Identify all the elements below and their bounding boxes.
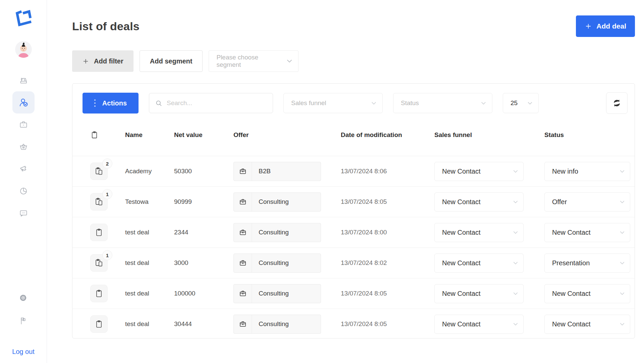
table-row: test deal 2344 Consulting 13/07/2024 8:0… — [72, 217, 635, 247]
briefcase-icon — [19, 120, 28, 129]
briefcase-icon — [234, 284, 252, 303]
clipboard-icon — [95, 228, 103, 237]
status-select[interactable]: Presentation — [544, 254, 630, 273]
offer-name: Consulting — [252, 320, 296, 328]
deal-net-value: 50300 — [174, 168, 233, 175]
status-select[interactable]: New Contact — [544, 315, 630, 334]
status-select[interactable]: New Contact — [544, 284, 630, 303]
deal-icon-button[interactable] — [90, 224, 108, 241]
sales-funnel-select[interactable]: New Contact — [434, 192, 524, 212]
page-title: List of deals — [72, 20, 140, 33]
add-filter-button[interactable]: Add filter — [72, 50, 133, 72]
column-header-offer[interactable]: Offer — [233, 131, 341, 139]
chevron-down-icon — [620, 323, 625, 326]
deal-name[interactable]: test deal — [125, 259, 174, 267]
sales-funnel-select[interactable]: New Contact — [434, 162, 524, 181]
sales-funnel-select[interactable]: New Contact — [434, 315, 524, 334]
sidebar-item-companies[interactable] — [12, 114, 35, 136]
chevron-down-icon — [513, 231, 518, 234]
deal-net-value: 100000 — [174, 290, 233, 297]
sidebar-item-deals[interactable] — [12, 91, 35, 114]
offer-name: B2B — [252, 168, 277, 175]
clipboard-doc-icon — [95, 259, 103, 267]
sidebar-item-goals[interactable] — [12, 310, 34, 332]
sales-funnel-value: New Contact — [442, 290, 481, 298]
segment-select[interactable]: Please choose segment — [209, 50, 299, 72]
deal-modified-date: 13/07/2024 8:05 — [341, 320, 434, 328]
per-page-select[interactable]: 25 — [503, 93, 539, 113]
add-segment-button[interactable]: Add segment — [140, 50, 203, 72]
deal-count-badge: 2 — [102, 158, 112, 169]
status-select[interactable]: Offer — [544, 192, 630, 212]
plus-icon — [585, 22, 592, 30]
table-row: 1 Testowa 90999 Consulting 13/07/2024 8:… — [72, 186, 635, 217]
table-row: test deal 30444 Consulting 13/07/2024 8:… — [72, 309, 635, 339]
deal-modified-date: 13/07/2024 8:05 — [341, 198, 434, 206]
sales-funnel-select[interactable]: New Contact — [434, 223, 524, 242]
deal-icon-button[interactable]: 1 — [90, 193, 108, 211]
sales-funnel-value: New Contact — [442, 198, 481, 206]
app-logo[interactable] — [13, 8, 34, 28]
table-toolbar: Actions Sales funnel Status 25 — [72, 84, 635, 114]
column-header-sales-funnel[interactable]: Sales funnel — [434, 131, 544, 139]
status-select[interactable]: New info — [544, 162, 630, 181]
deal-name[interactable]: test deal — [125, 290, 174, 297]
status-filter-placeholder: Status — [401, 99, 419, 107]
offer-chip[interactable]: Consulting — [233, 223, 321, 242]
logout-link[interactable]: Log out — [12, 348, 35, 356]
offer-chip[interactable]: B2B — [233, 162, 321, 181]
offer-chip[interactable]: Consulting — [233, 192, 321, 212]
deal-icon-button[interactable]: 1 — [90, 254, 108, 272]
status-value: New Contact — [552, 229, 591, 236]
column-header-date[interactable]: Date of modification — [341, 131, 434, 139]
deal-name[interactable]: Academy — [125, 168, 174, 175]
avatar-image — [15, 41, 32, 58]
deal-icon-button[interactable]: 2 — [90, 163, 108, 180]
offer-chip[interactable]: Consulting — [233, 315, 321, 334]
sidebar-item-messages[interactable] — [12, 202, 35, 224]
gear-icon — [18, 293, 28, 303]
main-content: List of deals Add deal Add filter Add se… — [47, 0, 644, 363]
deal-icon-button[interactable] — [90, 285, 108, 302]
status-value: New Contact — [552, 290, 591, 298]
refresh-button[interactable] — [606, 92, 628, 114]
column-header-status[interactable]: Status — [544, 131, 635, 139]
sidebar-item-marketing[interactable] — [12, 158, 35, 180]
deal-name[interactable]: test deal — [125, 229, 174, 236]
actions-button[interactable]: Actions — [83, 93, 139, 114]
page-header: List of deals Add deal — [72, 15, 635, 37]
chevron-down-icon — [528, 102, 532, 105]
sidebar-bottom: Log out — [12, 287, 35, 356]
status-filter-select[interactable]: Status — [393, 93, 492, 113]
deal-name[interactable]: test deal — [125, 320, 174, 328]
sales-funnel-filter-select[interactable]: Sales funnel — [283, 93, 383, 113]
clipboard-column-icon — [90, 131, 125, 139]
deal-net-value: 2344 — [174, 229, 233, 236]
sales-funnel-value: New Contact — [442, 320, 481, 328]
sidebar-item-dashboard[interactable] — [12, 69, 35, 91]
status-select[interactable]: New Contact — [544, 223, 630, 242]
add-deal-button[interactable]: Add deal — [576, 15, 635, 37]
kebab-menu-icon — [94, 99, 96, 107]
offer-chip[interactable]: Consulting — [233, 284, 321, 303]
deal-icon-button[interactable] — [90, 315, 108, 333]
deal-name[interactable]: Testowa — [125, 198, 174, 206]
column-header-net-value[interactable]: Net value — [174, 131, 233, 139]
column-header-name[interactable]: Name — [125, 131, 174, 139]
sales-funnel-select[interactable]: New Contact — [434, 284, 524, 303]
cash-register-icon — [19, 76, 28, 85]
search-input[interactable] — [167, 99, 267, 107]
user-avatar[interactable] — [15, 41, 32, 58]
offer-chip[interactable]: Consulting — [233, 254, 321, 273]
deal-modified-date: 13/07/2024 8:06 — [341, 168, 434, 175]
sidebar-item-settings[interactable] — [12, 287, 34, 309]
sidebar-item-products[interactable] — [12, 136, 35, 158]
deals-panel: Actions Sales funnel Status 25 — [72, 83, 635, 338]
deal-count-badge: 1 — [102, 189, 112, 199]
offer-name: Consulting — [252, 290, 296, 297]
deal-net-value: 30444 — [174, 320, 233, 328]
sidebar-item-reports[interactable] — [12, 180, 35, 202]
briefcase-icon — [234, 162, 252, 181]
sales-funnel-select[interactable]: New Contact — [434, 254, 524, 273]
chevron-down-icon — [513, 200, 518, 203]
